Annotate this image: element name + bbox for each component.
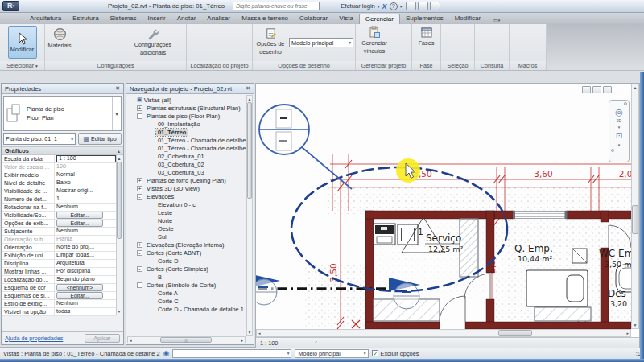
Esquema de cor[interactable]: Esquema de cor <nenhum> <box>2 284 116 292</box>
browser-hscrollbar[interactable]: ◂ ||| ▸ <box>127 336 246 343</box>
Exibir modelo[interactable]: Exibir modelo Normal <box>2 171 116 179</box>
maximize-button[interactable] <box>418 2 428 10</box>
scale-control[interactable]: 1 : 100 <box>260 339 278 347</box>
steering-wheel-icon[interactable]: ◎ <box>615 107 623 117</box>
browser-tree-item[interactable]: - Elevações <box>126 192 254 200</box>
scroll-right-icon[interactable]: ▸ <box>241 337 243 343</box>
properties-scrollbar[interactable]: ▲ ▼ <box>116 154 122 315</box>
close-button[interactable] <box>430 2 440 10</box>
phases-button[interactable]: Fases <box>412 24 440 47</box>
tree-expander-icon[interactable]: - <box>137 250 142 256</box>
properties-title-bar[interactable]: Propriedades ✕ <box>2 84 123 94</box>
browser-tree-item[interactable]: - Cortes (Corte Siimples) <box>126 265 254 273</box>
tree-expander-icon[interactable]: - <box>137 282 142 288</box>
browser-tree-item[interactable]: Norte <box>126 216 254 224</box>
drawing-vscrollbar[interactable]: ▲ ▼ <box>631 84 639 329</box>
tree-expander-icon[interactable]: + <box>137 186 142 191</box>
modify-button[interactable]: Modificar <box>8 26 37 59</box>
browser-tree-item[interactable]: Oeste <box>126 224 254 232</box>
Subjacente[interactable]: Subjacente Nenhum <box>2 228 116 236</box>
Esquemas de si...[interactable]: Esquemas de si... Editar... <box>2 292 116 300</box>
browser-tree-item[interactable]: - Cortes (Símbolo de Corte) <box>126 281 254 289</box>
scroll-up-icon[interactable]: ▲ <box>247 96 252 102</box>
Visível na opção[interactable]: Visível na opção todas <box>2 308 116 316</box>
Estilo de exibiç...[interactable]: Estilo de exibiç... Nenhum <box>2 300 116 308</box>
manage-links-button[interactable]: Gerenciar vínculos <box>356 24 393 61</box>
workset-select[interactable]: ▾ <box>172 349 291 358</box>
navbar-dot-icon[interactable] <box>611 149 614 152</box>
edit-selection-icon[interactable] <box>453 50 463 60</box>
browser-tree-item[interactable]: 01_Térreo - Chamada de detalhe 2 <box>126 144 254 152</box>
worksets-icon[interactable]: ◉ <box>163 349 170 357</box>
type-selector-caret-icon[interactable]: ▾ <box>112 97 121 130</box>
tab-suplementos[interactable]: Suplementos <box>400 14 449 24</box>
scroll-up-icon[interactable]: ▲ <box>117 155 122 162</box>
application-menu-button[interactable]: R▾ <box>2 1 19 11</box>
mep-settings-icon[interactable] <box>109 39 126 48</box>
Nível de detalhe[interactable]: Nível de detalhe Baixo <box>2 179 116 187</box>
tab-vista[interactable]: Vista <box>333 14 359 24</box>
load-selection-icon[interactable] <box>453 39 463 48</box>
browser-tree-item[interactable]: 00_Implantação <box>126 120 254 128</box>
type-selector[interactable]: Planta de piso Floor Plan ▾ <box>3 96 122 131</box>
starting-view-icon[interactable] <box>396 37 406 47</box>
view-minimize-button[interactable] <box>582 86 591 93</box>
help-icon[interactable]: ? <box>390 2 398 10</box>
exchange-apps-icon[interactable]: X <box>382 2 387 10</box>
Disciplina[interactable]: Disciplina Arquitetura <box>2 260 116 268</box>
browser-title-bar[interactable]: Navegador de projeto - Projeto_02.rvt ✕ <box>126 84 254 94</box>
additional-settings-button[interactable]: Configurações adicionais <box>129 26 177 61</box>
browser-tree-item[interactable]: Corte D - Chamada de detalhe 1 <box>126 305 254 313</box>
ribbon-toggle-button[interactable]: ▭▾ <box>490 16 503 24</box>
project-units-icon[interactable] <box>85 48 94 58</box>
browser-tree-item[interactable]: Corte D <box>126 257 254 265</box>
design-options-button[interactable]: Opções de desenho <box>254 26 287 61</box>
browser-tree-item[interactable]: 03_Cobertura_02 <box>126 160 254 168</box>
browser-tree-item[interactable]: + Plantas estruturais (Structural Plan) <box>126 104 254 112</box>
Rotacionar na f...[interactable]: Rotacionar na f... Nenhum <box>2 204 116 212</box>
Exibição de uni...[interactable]: Exibição de uni... Limpar todas... <box>2 252 116 260</box>
transfer-standards-icon[interactable] <box>95 38 105 47</box>
browser-tree-item[interactable]: - Cortes (Corte ABNT) <box>126 249 254 257</box>
tab-gerenciar[interactable]: Gerenciar <box>359 14 400 24</box>
browser-vscrollbar[interactable]: ▲ ▼ <box>246 95 253 336</box>
design-option-select[interactable]: Modelo principal▾ <box>289 38 353 47</box>
scroll-left-icon[interactable]: ◂ <box>130 337 132 343</box>
Mostrar linhas ...[interactable]: Mostrar linhas ... Por disciplina <box>2 268 116 276</box>
Orientação[interactable]: Orientação Norte do proj... <box>2 244 116 252</box>
object-styles-icon[interactable] <box>74 27 84 37</box>
tab-arquitetura[interactable]: Arquitetura <box>24 14 67 24</box>
collapse-icon[interactable]: ▴ <box>118 148 120 154</box>
instance-selector[interactable]: Planta de piso: 01_1▾ <box>3 133 76 145</box>
project-parameters-icon[interactable] <box>74 38 84 47</box>
design-options-pick-icon[interactable] <box>309 26 319 35</box>
materials-button[interactable]: Materiais <box>47 26 72 61</box>
browser-tree-item[interactable]: + Plantas de forro (Ceiling Plan) <box>126 176 254 184</box>
browser-tree-item[interactable]: Corte C <box>126 297 254 305</box>
browser-tree-item[interactable]: + Elevações (Elevação Interna) <box>126 241 254 249</box>
browser-tree-item[interactable]: B <box>126 273 254 281</box>
browser-tree-item[interactable]: 02_Cobertura_01 <box>126 152 254 160</box>
tab-sistemas[interactable]: Sistemas <box>105 14 142 24</box>
view-close-button[interactable] <box>603 86 612 93</box>
browser-tree-item[interactable]: + Vistas 3D (3D View) <box>126 184 254 192</box>
scroll-down-icon[interactable]: ▼ <box>247 329 252 335</box>
browser-tree-item[interactable]: 01_Térreo - Chamada de detalhe 1 <box>126 136 254 144</box>
ids-of-selection-icon[interactable] <box>487 27 497 37</box>
browser-tree-item[interactable]: 03_Cobertura_03 <box>126 168 254 176</box>
viewbar-expand-icon[interactable]: ‹ <box>315 338 317 348</box>
login-button[interactable]: Efetuar login <box>341 2 375 10</box>
Localização do ...[interactable]: Localização do ... Segundo plano <box>2 276 116 284</box>
macro-manager-icon[interactable] <box>523 29 533 39</box>
add-to-set-icon[interactable] <box>324 26 333 35</box>
Número de det...[interactable]: Número de det... 1 <box>2 195 116 204</box>
design-option-status-select[interactable]: Modelo principal▾ <box>295 349 369 358</box>
properties-help-link[interactable]: Ajuda de propriedades <box>5 335 63 342</box>
callout-bubble[interactable] <box>259 105 309 154</box>
panel-schedule-icon[interactable] <box>109 49 126 59</box>
Orientação sub...[interactable]: Orientação sub... Planta <box>2 236 116 244</box>
scroll-left-icon[interactable]: ◂ <box>258 330 261 336</box>
tree-expander-icon[interactable]: - <box>137 194 142 200</box>
Visibilidade de ...[interactable]: Visibilidade de ... Mostrar origi... <box>2 187 116 195</box>
edit-type-button[interactable]: ▦Editar tipo <box>78 133 122 145</box>
